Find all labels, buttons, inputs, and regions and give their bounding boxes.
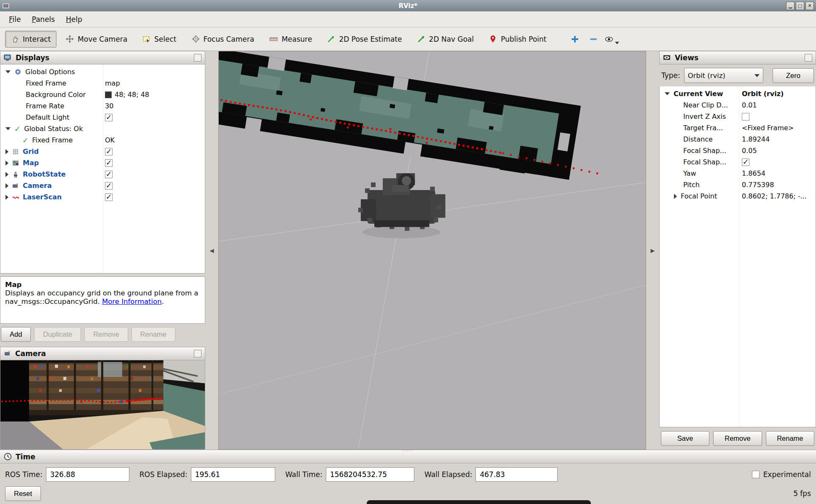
- tree-row-status-fixed-frame[interactable]: ✓ Fixed Frame OK: [0, 134, 205, 146]
- tree-row-default-light[interactable]: Default Light: [0, 112, 205, 123]
- menu-file[interactable]: File: [3, 12, 26, 27]
- tool-2d-nav-goal[interactable]: 2D Nav Goal: [411, 31, 480, 48]
- wall-time-input[interactable]: [326, 467, 414, 482]
- displays-panel-header[interactable]: Displays: [0, 51, 205, 64]
- camera-panel-header[interactable]: Camera: [0, 347, 205, 360]
- tree-row-frame-rate[interactable]: Frame Rate 30: [0, 100, 205, 112]
- distance-value[interactable]: 1.89244: [742, 135, 770, 143]
- tree-row-fixed-frame[interactable]: Fixed Frame map: [0, 78, 205, 89]
- zero-button[interactable]: Zero: [773, 68, 814, 83]
- tool-properties-button[interactable]: [604, 32, 620, 47]
- frame-rate-value[interactable]: 30: [105, 102, 113, 110]
- tool-label: 2D Pose Estimate: [339, 35, 402, 43]
- panel-float-button[interactable]: [805, 54, 812, 62]
- add-button[interactable]: Add: [1, 327, 31, 342]
- save-button[interactable]: Save: [661, 431, 709, 446]
- views-panel-header[interactable]: Views: [659, 51, 816, 64]
- add-tool-button[interactable]: [567, 32, 582, 47]
- close-button[interactable]: ✕: [805, 2, 814, 10]
- experimental-checkbox[interactable]: [752, 471, 760, 478]
- tree-row-current-view[interactable]: Current View Orbit (rviz): [660, 88, 816, 99]
- camera-checkbox[interactable]: [105, 182, 113, 190]
- tree-row-pitch[interactable]: Pitch 0.775398: [660, 179, 816, 190]
- left-splitter[interactable]: ◀: [205, 51, 218, 450]
- splitter-grip[interactable]: ·····: [403, 450, 413, 452]
- minimize-button[interactable]: ▁: [786, 2, 795, 10]
- tree-row-global-options[interactable]: Global Options: [0, 66, 205, 78]
- laserscan-checkbox[interactable]: [105, 193, 113, 201]
- tree-row-focal-point[interactable]: Focal Point 0.8602; 1.7786; -...: [660, 190, 816, 202]
- right-splitter[interactable]: ▶: [646, 51, 659, 450]
- render-viewport[interactable]: [218, 51, 646, 450]
- expander-right-icon[interactable]: [674, 194, 677, 199]
- menu-help[interactable]: Help: [60, 12, 88, 27]
- duplicate-button[interactable]: Duplicate: [34, 327, 81, 342]
- tree-row-background-color[interactable]: Background Color 48; 48; 48: [0, 89, 205, 100]
- tree-row-invert-z[interactable]: Invert Z Axis: [660, 111, 816, 122]
- reset-button[interactable]: Reset: [5, 486, 41, 501]
- map-checkbox[interactable]: [105, 159, 113, 167]
- expander-right-icon[interactable]: [5, 161, 8, 166]
- near-clip-value[interactable]: 0.01: [742, 101, 757, 109]
- menu-panels[interactable]: Panels: [26, 12, 60, 27]
- tool-focus-camera[interactable]: Focus Camera: [186, 31, 260, 48]
- more-information-link[interactable]: More Information: [102, 298, 162, 306]
- titlebar[interactable]: RViz* ▁ ▢ ✕: [0, 0, 816, 11]
- camera-icon: [12, 182, 19, 189]
- maximize-button[interactable]: ▢: [796, 2, 804, 10]
- focal-point-value[interactable]: 0.8602; 1.7786; -...: [742, 192, 807, 200]
- expander-right-icon[interactable]: [5, 183, 8, 188]
- tree-row-focal-shape-fixed[interactable]: Focal Shap...: [660, 156, 816, 168]
- tool-measure[interactable]: Measure: [263, 31, 318, 48]
- displays-buttons: Add Duplicate Remove Rename: [0, 324, 205, 345]
- collapse-right-icon[interactable]: ▶: [651, 247, 655, 254]
- ros-elapsed-input[interactable]: [191, 467, 275, 482]
- view-type-dropdown[interactable]: Orbit (rviz): [684, 68, 763, 83]
- expander-right-icon[interactable]: [5, 149, 8, 154]
- fixed-frame-value[interactable]: map: [105, 79, 120, 87]
- expander-down-icon[interactable]: [665, 92, 670, 95]
- ros-time-input[interactable]: [46, 467, 129, 482]
- grid-icon: [12, 148, 19, 155]
- remove-view-button[interactable]: Remove: [713, 431, 762, 446]
- panel-float-button[interactable]: [194, 54, 201, 62]
- expander-down-icon[interactable]: [5, 127, 11, 130]
- remove-button[interactable]: Remove: [84, 327, 128, 342]
- rename-view-button[interactable]: Rename: [766, 431, 814, 446]
- tool-interact[interactable]: Interact: [5, 31, 56, 48]
- default-light-checkbox[interactable]: [105, 114, 113, 121]
- focal-shape-size-value[interactable]: 0.05: [742, 147, 757, 155]
- tree-row-yaw[interactable]: Yaw 1.8654: [660, 168, 816, 179]
- grid-checkbox[interactable]: [105, 148, 113, 155]
- focal-shape-checkbox[interactable]: [742, 158, 749, 166]
- expander-right-icon[interactable]: [5, 195, 8, 200]
- tool-move-camera[interactable]: Move Camera: [60, 31, 133, 48]
- expander-right-icon[interactable]: [5, 172, 8, 177]
- expander-down-icon[interactable]: [5, 70, 11, 73]
- time-values-row: ROS Time: ROS Elapsed: Wall Time: Wall E…: [0, 464, 816, 485]
- tree-row-near-clip[interactable]: Near Clip D... 0.01: [660, 99, 816, 111]
- invert-z-checkbox[interactable]: [742, 113, 749, 121]
- collapse-left-icon[interactable]: ◀: [210, 247, 214, 254]
- target-frame-value[interactable]: <Fixed Frame>: [742, 124, 794, 132]
- tree-row-robotstate[interactable]: RobotState: [0, 169, 205, 180]
- tree-row-target-frame[interactable]: Target Fra... <Fixed Frame>: [660, 122, 816, 134]
- tree-row-focal-shape-size[interactable]: Focal Shap... 0.05: [660, 145, 816, 156]
- tool-publish-point[interactable]: Publish Point: [483, 31, 552, 48]
- panel-float-button[interactable]: [194, 350, 201, 357]
- tree-row-map[interactable]: Map: [0, 157, 205, 169]
- tree-row-global-status[interactable]: ✓ Global Status: Ok: [0, 123, 205, 134]
- wall-elapsed-input[interactable]: [475, 467, 558, 482]
- tree-row-laserscan[interactable]: LaserScan: [0, 191, 205, 203]
- tree-row-grid[interactable]: Grid: [0, 146, 205, 157]
- tree-row-camera[interactable]: Camera: [0, 180, 205, 191]
- remove-tool-button[interactable]: [586, 32, 601, 47]
- pitch-value[interactable]: 0.775398: [742, 181, 774, 189]
- rename-button[interactable]: Rename: [132, 327, 175, 342]
- yaw-value[interactable]: 1.8654: [742, 169, 765, 177]
- tool-2d-pose-estimate[interactable]: 2D Pose Estimate: [321, 31, 408, 48]
- tool-select[interactable]: Select: [137, 31, 182, 48]
- wall-time-label: Wall Time:: [285, 470, 322, 479]
- robotstate-checkbox[interactable]: [105, 171, 113, 178]
- tree-row-distance[interactable]: Distance 1.89244: [660, 134, 816, 145]
